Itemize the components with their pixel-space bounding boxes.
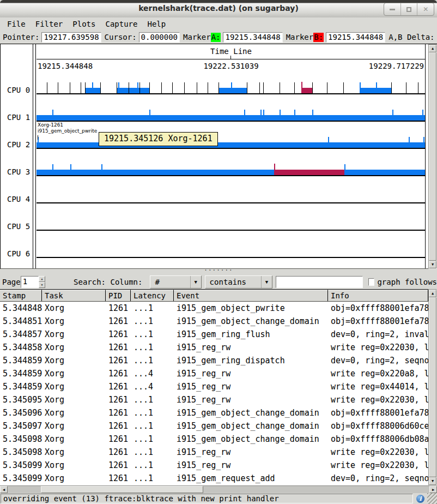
event-tick[interactable] — [327, 82, 327, 93]
event-tick[interactable] — [360, 82, 361, 93]
horizontal-scroll-thumb[interactable] — [41, 486, 203, 493]
column-header-event[interactable]: Event — [174, 290, 328, 301]
event-tick[interactable] — [244, 110, 245, 121]
event-tick[interactable] — [274, 164, 275, 175]
table-row[interactable]: 5.344857Xorg1261...1i915_gem_ring_flushd… — [0, 328, 428, 341]
cpu-plot-row-3[interactable] — [37, 161, 425, 176]
event-tick[interactable] — [406, 82, 406, 93]
event-tick[interactable] — [101, 164, 102, 175]
page-spinner[interactable]: 1 — [21, 276, 39, 288]
event-tick[interactable] — [391, 82, 392, 93]
graph-scroll-down-button[interactable]: ▼ — [429, 261, 436, 268]
table-scroll-thumb[interactable] — [429, 297, 436, 477]
event-tick[interactable] — [263, 82, 264, 93]
event-tick[interactable] — [343, 82, 344, 93]
event-tick[interactable] — [85, 82, 86, 93]
event-tick[interactable] — [376, 82, 377, 93]
event-tick[interactable] — [423, 137, 424, 148]
event-tick[interactable] — [172, 82, 173, 93]
table-row[interactable]: 5.345097Xorg1261...1i915_gem_object_chan… — [0, 419, 428, 433]
timeline-graph[interactable]: Time Line 19215.344848 19222.531039 1922… — [0, 44, 437, 269]
event-tick[interactable] — [47, 82, 47, 93]
cpu-plot-row-5[interactable] — [37, 215, 425, 231]
table-scroll-up-button[interactable]: ▲ — [429, 290, 436, 297]
event-tick[interactable] — [100, 82, 101, 93]
event-tick[interactable] — [301, 82, 302, 93]
scroll-left-button[interactable]: ◀ — [0, 486, 8, 493]
event-tick[interactable] — [117, 82, 117, 93]
event-tick[interactable] — [118, 82, 119, 93]
table-row[interactable]: 5.344859Xorg1261...4i915_reg_rwwrite reg… — [0, 367, 428, 380]
column-header-pid[interactable]: PID — [106, 290, 131, 301]
marker-b-key[interactable]: B: — [313, 33, 324, 42]
table-row[interactable]: 5.345099Xorg1261...1i915_gem_request_add… — [0, 472, 428, 485]
event-tick[interactable] — [344, 164, 345, 175]
menu-capture[interactable]: Capture — [100, 20, 142, 28]
cpu-plot-row-1[interactable] — [37, 106, 425, 122]
graph-vertical-scrollbar[interactable]: ▲ ▼ — [428, 44, 437, 269]
table-row[interactable]: 5.345099Xorg1261...1i915_reg_rwwrite reg… — [0, 459, 428, 472]
minimize-button[interactable] — [384, 3, 400, 15]
event-tick[interactable] — [161, 82, 162, 93]
event-tick[interactable] — [418, 82, 418, 93]
column-select[interactable]: # ▼ — [150, 275, 201, 289]
menu-plots[interactable]: Plots — [68, 20, 100, 28]
task-bar[interactable] — [37, 142, 425, 148]
event-tick[interactable] — [197, 82, 197, 93]
column-header-info[interactable]: Info — [328, 290, 428, 301]
match-select[interactable]: contains ▼ — [205, 275, 272, 289]
table-horizontal-scrollbar[interactable]: ◀ ▶ — [0, 485, 437, 493]
task-bar[interactable] — [274, 170, 345, 175]
event-tick[interactable] — [81, 82, 81, 93]
search-input[interactable] — [276, 276, 363, 288]
marker-a-key[interactable]: A: — [211, 33, 221, 42]
event-tick[interactable] — [247, 82, 247, 93]
page-spin-up-button[interactable]: ▲ — [39, 276, 45, 282]
event-tick[interactable] — [129, 82, 129, 93]
table-row[interactable]: 5.345098Xorg1261...1i915_gem_object_chan… — [0, 433, 428, 446]
event-tick[interactable] — [312, 110, 313, 121]
graph-scroll-thumb[interactable] — [429, 52, 436, 261]
task-bar[interactable] — [218, 88, 247, 93]
page-spin-down-button[interactable]: ▼ — [39, 282, 45, 288]
column-header-latency[interactable]: Latency — [131, 290, 174, 301]
close-button[interactable]: ✕ — [417, 3, 434, 15]
table-row[interactable]: 5.345096Xorg1261...1i915_gem_object_chan… — [0, 406, 428, 419]
cpu-plot-row-0[interactable] — [37, 79, 425, 94]
table-row[interactable]: 5.344851Xorg1261...1i915_gem_object_chan… — [0, 315, 428, 328]
menu-file[interactable]: File — [2, 20, 31, 28]
event-tick[interactable] — [231, 82, 232, 93]
event-tick[interactable] — [294, 110, 295, 121]
table-row[interactable]: 5.344858Xorg1261...1i915_reg_rwwrite reg… — [0, 341, 428, 354]
event-tick[interactable] — [184, 82, 185, 93]
column-header-task[interactable]: Task — [42, 290, 106, 301]
cpu-plot-row-6[interactable] — [37, 243, 425, 258]
event-tick[interactable] — [208, 82, 208, 93]
event-tick[interactable] — [149, 110, 150, 121]
menu-help[interactable]: Help — [142, 20, 171, 28]
task-bar[interactable] — [37, 170, 274, 175]
event-tick[interactable] — [70, 82, 70, 93]
cpu-plot-row-4[interactable] — [37, 188, 425, 203]
cpu-plot-row-2[interactable] — [37, 134, 425, 149]
table-row[interactable]: 5.345098Xorg1261...1i915_reg_rwwrite reg… — [0, 446, 428, 459]
maximize-button[interactable] — [400, 3, 417, 15]
table-vertical-scrollbar[interactable]: ▲ ▼ — [428, 289, 437, 485]
graph-scroll-up-button[interactable]: ▲ — [429, 45, 436, 52]
table-row[interactable]: 5.344859Xorg1261...4i915_reg_rwwrite reg… — [0, 380, 428, 393]
menu-filter[interactable]: Filter — [31, 20, 68, 28]
event-tick[interactable] — [259, 82, 260, 93]
event-tick[interactable] — [92, 82, 93, 93]
event-tick[interactable] — [260, 110, 262, 121]
event-tick[interactable] — [312, 82, 313, 93]
event-tick[interactable] — [392, 110, 393, 121]
event-tick[interactable] — [263, 110, 264, 121]
table-row[interactable]: 5.344859Xorg1261...1i915_gem_ring_dispat… — [0, 354, 428, 367]
event-tick[interactable] — [218, 82, 219, 93]
event-tick[interactable] — [139, 82, 140, 93]
event-tick[interactable] — [422, 110, 423, 121]
event-tick[interactable] — [137, 82, 138, 93]
event-tick[interactable] — [294, 82, 295, 93]
event-tick[interactable] — [58, 82, 58, 93]
task-bar[interactable] — [117, 88, 149, 93]
